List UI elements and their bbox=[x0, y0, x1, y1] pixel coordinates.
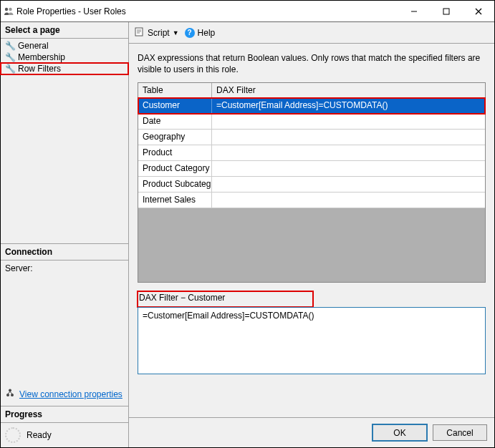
table-row[interactable]: Customer =Customer[Email Address]=CUSTOM… bbox=[138, 98, 485, 114]
svg-point-8 bbox=[9, 389, 11, 392]
svg-point-1 bbox=[9, 7, 11, 10]
svg-line-9 bbox=[8, 392, 10, 394]
table-row[interactable]: Date bbox=[138, 114, 485, 130]
page-label: General bbox=[18, 41, 49, 51]
select-page-header: Select a page bbox=[1, 22, 128, 38]
table-row[interactable]: Product Subcategory bbox=[138, 177, 485, 193]
dax-filter-label: DAX Filter − Customer bbox=[139, 293, 312, 306]
help-icon: ? bbox=[185, 28, 195, 38]
toolbar: Script ▼ ? Help bbox=[129, 22, 494, 44]
svg-line-10 bbox=[10, 392, 12, 394]
progress-spinner-icon bbox=[5, 427, 21, 443]
row-filter bbox=[212, 193, 485, 208]
row-filter bbox=[212, 114, 485, 129]
script-icon bbox=[135, 26, 145, 39]
connection-link-row: View connection properties bbox=[1, 388, 128, 406]
row-filter bbox=[212, 161, 485, 176]
connection-body: Server: bbox=[1, 260, 128, 388]
row-table: Product bbox=[138, 145, 212, 160]
sidebar: Select a page 🔧 General 🔧 Membership 🔧 R… bbox=[1, 22, 129, 447]
script-dropdown[interactable]: Script ▼ bbox=[135, 26, 179, 39]
page-list: 🔧 General 🔧 Membership 🔧 Row Filters bbox=[1, 39, 128, 79]
window-title: Role Properties - User Roles bbox=[16, 6, 398, 16]
dialog-footer: OK Cancel bbox=[129, 417, 494, 447]
row-table: Product Category bbox=[138, 161, 212, 176]
main-panel: Script ▼ ? Help DAX expressions that ret… bbox=[129, 22, 494, 447]
row-table: Internet Sales bbox=[138, 193, 212, 208]
row-filter: =Customer[Email Address]=CUSTOMDATA() bbox=[212, 98, 485, 113]
dax-editor-section: DAX Filter − Customer =Customer[Email Ad… bbox=[138, 291, 486, 374]
connection-icon bbox=[5, 388, 15, 400]
roles-icon bbox=[1, 6, 16, 16]
col-dax-filter[interactable]: DAX Filter bbox=[212, 83, 485, 97]
progress-status: Ready bbox=[27, 430, 52, 440]
row-table: Date bbox=[138, 114, 212, 129]
svg-rect-3 bbox=[443, 9, 449, 14]
row-table: Product Subcategory bbox=[138, 177, 212, 192]
wrench-icon: 🔧 bbox=[5, 52, 15, 62]
cancel-button[interactable]: Cancel bbox=[433, 424, 487, 441]
svg-point-6 bbox=[6, 394, 9, 396]
table-row[interactable]: Product Category bbox=[138, 161, 485, 177]
description-text: DAX expressions that return Boolean valu… bbox=[138, 52, 486, 75]
grid-empty-area bbox=[138, 208, 485, 282]
content-area: DAX expressions that return Boolean valu… bbox=[129, 44, 494, 417]
row-filter bbox=[212, 130, 485, 145]
dax-label-highlight: DAX Filter − Customer bbox=[138, 291, 313, 307]
table-row[interactable]: Internet Sales bbox=[138, 193, 485, 208]
page-label: Membership bbox=[18, 52, 65, 62]
grid-header: Table DAX Filter bbox=[138, 83, 485, 98]
server-label: Server: bbox=[5, 263, 124, 273]
table-row[interactable]: Geography bbox=[138, 130, 485, 145]
page-label: Row Filters bbox=[18, 64, 61, 74]
maximize-button[interactable] bbox=[430, 1, 462, 21]
help-button[interactable]: ? Help bbox=[185, 28, 216, 38]
page-membership[interactable]: 🔧 Membership bbox=[1, 52, 128, 63]
row-table: Geography bbox=[138, 130, 212, 145]
row-table: Customer bbox=[138, 98, 212, 113]
minimize-button[interactable] bbox=[398, 1, 430, 21]
view-connection-link[interactable]: View connection properties bbox=[19, 389, 122, 399]
page-general[interactable]: 🔧 General bbox=[1, 40, 128, 52]
row-filter bbox=[212, 145, 485, 160]
window-controls bbox=[398, 1, 494, 21]
table-row[interactable]: Product bbox=[138, 145, 485, 161]
page-row-filters[interactable]: 🔧 Row Filters bbox=[1, 63, 128, 74]
close-button[interactable] bbox=[462, 1, 494, 21]
wrench-icon: 🔧 bbox=[5, 41, 15, 51]
ok-button[interactable]: OK bbox=[373, 424, 427, 441]
progress-header: Progress bbox=[1, 406, 128, 422]
row-filter bbox=[212, 177, 485, 192]
script-label: Script bbox=[148, 28, 170, 38]
titlebar: Role Properties - User Roles bbox=[1, 1, 494, 22]
col-table[interactable]: Table bbox=[138, 83, 212, 97]
dax-filter-input[interactable]: =Customer[Email Address]=CUSTOMDATA() bbox=[138, 307, 486, 374]
connection-header: Connection bbox=[1, 244, 128, 260]
svg-point-7 bbox=[11, 394, 14, 396]
filters-grid[interactable]: Table DAX Filter Customer =Customer[Emai… bbox=[138, 82, 486, 283]
progress-body: Ready bbox=[1, 423, 128, 447]
dialog-window: Role Properties - User Roles Select a pa… bbox=[0, 0, 495, 448]
chevron-down-icon: ▼ bbox=[173, 29, 179, 36]
help-label: Help bbox=[198, 28, 216, 38]
wrench-icon: 🔧 bbox=[5, 64, 15, 74]
svg-point-0 bbox=[5, 7, 8, 10]
